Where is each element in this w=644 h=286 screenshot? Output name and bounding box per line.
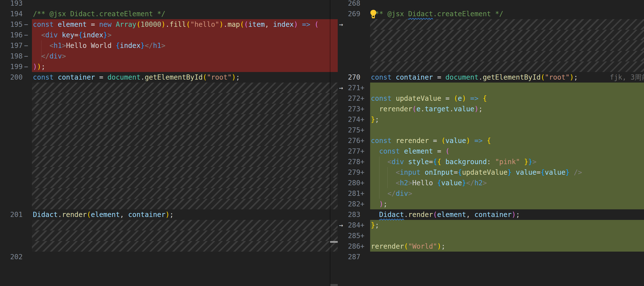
code-token: "pink" — [495, 158, 520, 166]
code-row[interactable]: 268 — [338, 0, 644, 8]
code-row[interactable]: → — [338, 19, 644, 30]
code-row[interactable]: 273+ rerender(e.target.value); — [338, 104, 644, 114]
code-row[interactable] — [338, 262, 644, 273]
code-row[interactable]: 199−)); — [0, 62, 338, 72]
code-line[interactable]: /** @jsx Didact.createElement */ — [371, 8, 503, 19]
code-row[interactable] — [0, 178, 338, 188]
code-line[interactable]: const element = new Array(10000).fill("h… — [33, 19, 318, 30]
code-token: > — [107, 31, 112, 39]
code-row[interactable]: 198− </div> — [0, 51, 338, 62]
code-line[interactable]: /** @jsx Didact.createElement */ — [33, 8, 165, 19]
code-row[interactable] — [0, 125, 338, 136]
code-line[interactable]: rerender("World"); — [371, 241, 445, 252]
code-line[interactable]: </div> — [371, 188, 412, 199]
code-row[interactable] — [0, 199, 338, 209]
code-row[interactable] — [338, 62, 644, 72]
code-row[interactable] — [0, 146, 338, 156]
code-line[interactable]: rerender(e.target.value); — [371, 104, 483, 114]
code-line[interactable]: const container = document.getElementByI… — [371, 72, 578, 82]
code-row[interactable] — [338, 51, 644, 62]
code-line[interactable]: Didact.render(element, container); — [371, 209, 520, 220]
code-token: index — [120, 42, 140, 50]
code-line[interactable]: const container = document.getElementByI… — [33, 72, 240, 82]
code-row[interactable]: 282+ ); — [338, 199, 644, 209]
code-line[interactable]: <div key={index}> — [33, 30, 112, 40]
code-row[interactable]: 281+ </div> — [338, 188, 644, 199]
code-row[interactable]: 278+ <div style={{ background: "pink" }}… — [338, 156, 644, 167]
code-line[interactable]: <h1>Hello World {index}</h1> — [33, 40, 165, 51]
code-row[interactable] — [0, 82, 338, 93]
code-token — [298, 20, 302, 28]
code-row[interactable]: →284+}; — [338, 220, 644, 230]
code-row[interactable]: 280+ <h2>Hello {value}</h2> — [338, 178, 644, 188]
code-row[interactable]: 272+const updateValue = (e) => { — [338, 93, 644, 104]
code-row[interactable]: 196− <div key={index}> — [0, 30, 338, 40]
code-row[interactable]: 277+ const element = ( — [338, 146, 644, 156]
code-row[interactable] — [0, 262, 338, 273]
code-row[interactable]: 274+}; — [338, 114, 644, 125]
code-row[interactable] — [338, 40, 644, 51]
code-row[interactable]: 195−const element = new Array(10000).fil… — [0, 19, 338, 30]
code-row[interactable]: 285+ — [338, 230, 644, 241]
code-line[interactable]: }; — [371, 114, 379, 125]
code-token: const — [33, 20, 54, 28]
code-row[interactable]: 279+ <input onInput={updateValue} value=… — [338, 167, 644, 178]
code-token: const — [371, 73, 392, 81]
code-row[interactable]: 269/** @jsx Didact.createElement */ — [338, 8, 644, 19]
code-row[interactable] — [338, 273, 644, 283]
code-row[interactable]: 193 — [0, 0, 338, 8]
code-row[interactable] — [0, 114, 338, 125]
code-line[interactable]: const element = ( — [371, 146, 450, 156]
diff-filler-region — [32, 93, 338, 104]
code-row[interactable]: 270const container = document.getElement… — [338, 72, 644, 82]
diff-filler-region — [370, 19, 644, 30]
code-line[interactable]: Didact.render(element, container); — [33, 209, 174, 220]
code-line[interactable]: const rerender = (value) => { — [371, 136, 491, 146]
code-row[interactable] — [0, 230, 338, 241]
code-row[interactable] — [0, 188, 338, 199]
code-row[interactable]: →271+ — [338, 82, 644, 93]
code-line[interactable]: <input onInput={updateValue} value={valu… — [371, 167, 582, 178]
horizontal-scrollbar-thumb[interactable] — [330, 284, 338, 286]
code-token: . — [224, 20, 228, 28]
code-row[interactable]: 287 — [338, 252, 644, 262]
code-row[interactable] — [0, 273, 338, 283]
code-row[interactable] — [338, 30, 644, 40]
code-line[interactable]: }; — [371, 220, 379, 230]
modified-editor-pane[interactable]: 268269/** @jsx Didact.createElement */ →… — [338, 0, 644, 286]
code-token: map — [228, 20, 240, 28]
code-row[interactable]: 286+rerender("World"); — [338, 241, 644, 252]
code-token: 10000 — [140, 20, 161, 28]
code-row[interactable] — [0, 93, 338, 104]
code-row[interactable] — [0, 220, 338, 230]
code-row[interactable]: 197− <h1>Hello World {index}</h1> — [0, 40, 338, 51]
line-number: 285 — [338, 230, 360, 241]
code-line[interactable]: ); — [371, 199, 387, 209]
code-token: /** @jsx Didact.createElement */ — [33, 10, 165, 18]
code-token: ) — [33, 63, 37, 71]
code-row[interactable] — [0, 156, 338, 167]
deleted-line-highlight — [32, 51, 338, 62]
code-line[interactable]: <div style={{ background: "pink" }}> — [371, 156, 536, 167]
code-row[interactable]: 194/** @jsx Didact.createElement */ — [0, 8, 338, 19]
code-token: </ — [145, 42, 153, 50]
code-line[interactable]: </div> — [33, 51, 66, 62]
code-row[interactable]: 275+ — [338, 125, 644, 136]
code-row[interactable]: 201Didact.render(element, container); — [0, 209, 338, 220]
code-row[interactable] — [0, 167, 338, 178]
code-token: rerender — [379, 105, 412, 113]
code-line[interactable]: <h2>Hello {value}</h2> — [371, 178, 487, 188]
code-row[interactable]: 202 — [0, 252, 338, 262]
code-line[interactable]: )); — [33, 62, 46, 72]
original-editor-pane[interactable]: 193194/** @jsx Didact.createElement */19… — [0, 0, 338, 286]
code-row[interactable]: 283 Didact.render(element, container); — [338, 209, 644, 220]
code-row[interactable] — [0, 136, 338, 146]
diff-split-sash[interactable] — [330, 0, 330, 286]
sash-grip-handle[interactable] — [330, 241, 338, 243]
code-row[interactable] — [0, 104, 338, 114]
code-row[interactable]: 276+const rerender = (value) => { — [338, 136, 644, 146]
lightbulb-icon[interactable] — [370, 10, 377, 18]
code-row[interactable]: 200const container = document.getElement… — [0, 72, 338, 82]
code-row[interactable] — [0, 241, 338, 252]
code-line[interactable]: const updateValue = (e) => { — [371, 93, 487, 104]
